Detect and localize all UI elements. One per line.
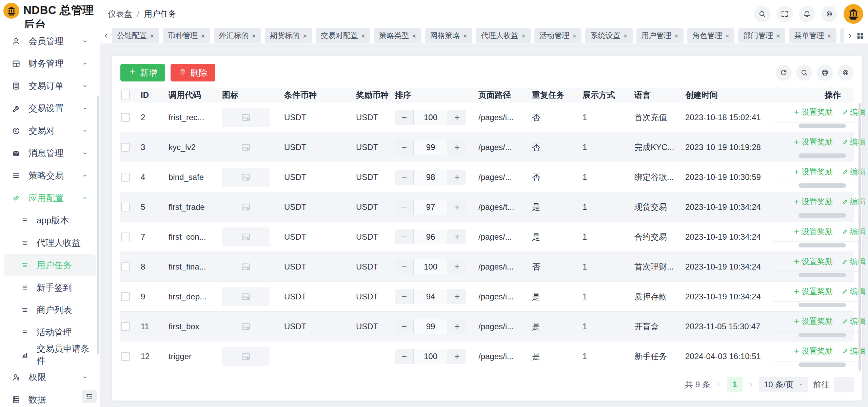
stepper-increase-button[interactable]: + [448, 140, 466, 155]
close-icon[interactable]: × [827, 32, 831, 39]
close-icon[interactable]: × [521, 32, 526, 39]
sidebar-scrollbar[interactable] [97, 96, 99, 354]
sidebar-collapse-button[interactable] [82, 390, 97, 403]
action-scroll-thumb[interactable] [798, 183, 846, 188]
stepper-decrease-button[interactable]: − [395, 319, 413, 334]
set-reward-link[interactable]: 设置奖励 [793, 107, 833, 117]
stepper-value[interactable]: 97 [413, 200, 448, 215]
search-table-button[interactable] [796, 64, 812, 81]
tab-活动管理[interactable]: 活动管理× [534, 28, 581, 43]
stepper-decrease-button[interactable]: − [395, 349, 413, 364]
breadcrumb-parent[interactable]: 仪表盘 [108, 8, 132, 19]
close-icon[interactable]: × [252, 32, 256, 39]
pagination-next-icon[interactable] [747, 381, 754, 388]
close-icon[interactable]: × [463, 32, 467, 39]
stepper-increase-button[interactable]: + [448, 259, 466, 274]
stepper-value[interactable]: 99 [413, 140, 448, 155]
stepper-increase-button[interactable]: + [448, 200, 466, 215]
stepper-value[interactable]: 100 [413, 259, 448, 274]
sidebar-item-应用配置[interactable]: 应用配置 [4, 187, 96, 209]
edit-link[interactable]: 编辑 [842, 346, 866, 356]
tab-代理人收益[interactable]: 代理人收益× [476, 28, 531, 43]
close-icon[interactable]: × [623, 32, 627, 39]
close-icon[interactable]: × [674, 32, 678, 39]
stepper-increase-button[interactable]: + [448, 229, 466, 244]
tab-外汇标的[interactable]: 外汇标的× [214, 28, 261, 43]
sidebar-item-消息管理[interactable]: 消息管理 [4, 142, 96, 164]
stepper-value[interactable]: 100 [413, 110, 448, 125]
action-scroll-thumb[interactable] [798, 273, 846, 277]
sidebar-subitem-app版本[interactable]: app版本 [4, 209, 96, 232]
set-reward-link[interactable]: 设置奖励 [793, 167, 833, 177]
gear-button[interactable] [821, 6, 837, 22]
row-checkbox[interactable] [121, 262, 130, 271]
action-scroll-thumb[interactable] [798, 243, 846, 247]
row-checkbox[interactable] [121, 143, 130, 152]
edit-link[interactable]: 编辑 [842, 286, 866, 297]
page-size-select[interactable]: 10 条/页 [759, 377, 808, 392]
sidebar-subitem-活动管理[interactable]: 活动管理 [4, 321, 96, 344]
edit-link[interactable]: 编辑 [842, 137, 866, 147]
tabs-scroll-left-icon[interactable] [102, 32, 111, 39]
user-avatar[interactable] [844, 4, 863, 24]
fullscreen-button[interactable] [776, 6, 793, 22]
edit-link[interactable]: 编辑 [842, 316, 866, 327]
sidebar-subitem-新手签到[interactable]: 新手签到 [4, 276, 96, 299]
row-checkbox[interactable] [121, 322, 130, 331]
stepper-increase-button[interactable]: + [448, 170, 466, 185]
edit-link[interactable]: 编辑 [842, 197, 866, 207]
tab-菜单管理[interactable]: 菜单管理× [789, 28, 836, 43]
bell-button[interactable] [799, 6, 815, 22]
goto-page-input[interactable] [834, 377, 854, 392]
row-checkbox[interactable] [121, 173, 130, 182]
sidebar-subitem-用户任务[interactable]: 用户任务 [4, 254, 96, 276]
tab-角色管理[interactable]: 角色管理× [687, 28, 734, 43]
stepper-increase-button[interactable]: + [448, 349, 466, 364]
action-scroll-thumb[interactable] [798, 363, 846, 367]
close-icon[interactable]: × [150, 32, 154, 39]
close-icon[interactable]: × [572, 32, 576, 39]
close-icon[interactable]: × [303, 32, 307, 39]
row-checkbox[interactable] [121, 352, 130, 361]
add-button[interactable]: 新增 [120, 64, 165, 81]
sidebar-item-交易设置[interactable]: 交易设置 [4, 97, 96, 119]
pagination-prev-icon[interactable] [715, 381, 722, 388]
stepper-increase-button[interactable]: + [448, 289, 466, 304]
set-reward-link[interactable]: 设置奖励 [793, 197, 833, 207]
set-reward-link[interactable]: 设置奖励 [793, 137, 833, 147]
stepper-decrease-button[interactable]: − [395, 259, 413, 274]
set-reward-link[interactable]: 设置奖励 [793, 316, 833, 327]
sidebar-item-财务管理[interactable]: 财务管理 [4, 52, 96, 75]
stepper-value[interactable]: 100 [413, 349, 448, 364]
close-icon[interactable]: × [201, 32, 205, 39]
stepper-decrease-button[interactable]: − [395, 229, 413, 244]
stepper-value[interactable]: 99 [413, 319, 448, 334]
sidebar-subitem-代理人收益[interactable]: 代理人收益 [4, 232, 96, 254]
pagination-page-1[interactable]: 1 [727, 377, 743, 392]
row-checkbox[interactable] [121, 113, 130, 122]
set-reward-link[interactable]: 设置奖励 [793, 256, 833, 267]
search-button[interactable] [754, 6, 770, 22]
close-icon[interactable]: × [412, 32, 416, 39]
edit-link[interactable]: 编辑 [842, 226, 866, 237]
close-icon[interactable]: × [361, 32, 365, 39]
set-reward-link[interactable]: 设置奖励 [793, 286, 833, 297]
edit-link[interactable]: 编辑 [842, 107, 866, 117]
action-scroll-thumb[interactable] [798, 124, 846, 128]
refresh-button[interactable] [775, 64, 792, 81]
tabs-overview-icon[interactable] [855, 31, 865, 40]
sidebar-subitem-商户列表[interactable]: 商户列表 [4, 299, 96, 321]
tab-币种管理[interactable]: 币种管理× [163, 28, 210, 43]
print-button[interactable] [817, 64, 833, 81]
action-scroll-thumb[interactable] [798, 213, 846, 218]
row-checkbox[interactable] [121, 292, 130, 301]
action-scroll-thumb[interactable] [798, 333, 846, 337]
sidebar-subitem-交易员申请条件[interactable]: 交易员申请条件 [4, 344, 96, 366]
row-checkbox[interactable] [121, 203, 130, 211]
tab-交易对配置[interactable]: 交易对配置× [316, 28, 370, 43]
tabs-scroll-right-icon[interactable] [845, 32, 854, 39]
row-checkbox[interactable] [121, 233, 130, 241]
sidebar-item-策略交易[interactable]: 策略交易 [4, 164, 96, 187]
stepper-value[interactable]: 96 [413, 229, 448, 244]
sidebar-item-交易订单[interactable]: 交易订单 [4, 75, 96, 97]
